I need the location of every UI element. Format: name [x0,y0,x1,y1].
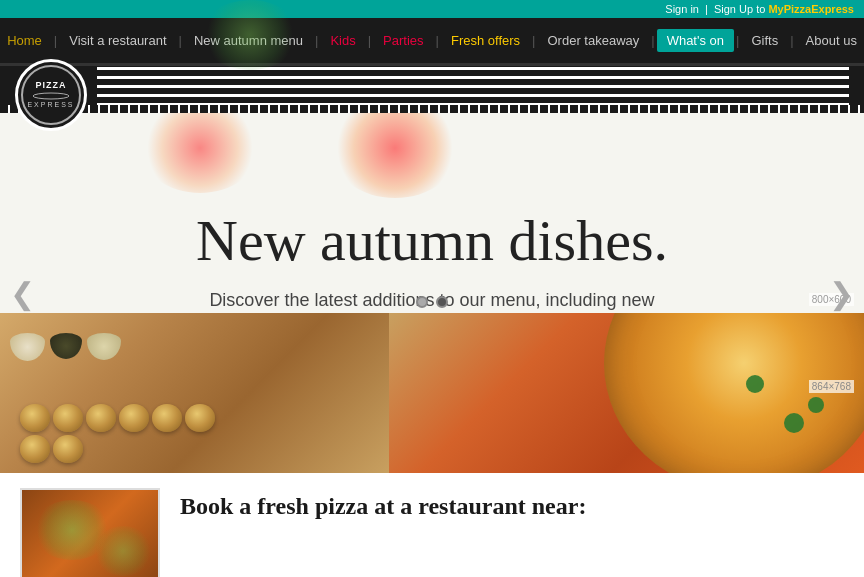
logo[interactable]: PIZZA EXPRESS [15,59,87,131]
dipping-bowls [10,333,121,361]
bottom-thumbnail-wrapper [20,488,160,577]
bottom-thumbnail [20,488,160,577]
dimension-label-2: 864×768 [809,380,854,393]
bread-rolls [20,404,220,463]
pizza-basil-3 [808,397,824,413]
nav-item-visit[interactable]: Visit a restaurant [59,33,176,48]
hero-images [0,313,864,473]
bowl-2 [50,333,82,359]
logo-swirl-icon [31,92,71,100]
nav-link-gifts[interactable]: Gifts [741,33,788,48]
nav-link-about[interactable]: About us [796,33,864,48]
bowl-1 [10,333,45,361]
nav-item-gifts[interactable]: Gifts [741,33,788,48]
nav-link-fresh[interactable]: Fresh offers [441,33,530,48]
signup-link[interactable]: Sign Up to [714,3,765,15]
top-bar: Sign in | Sign Up to MyPizzaExpress [0,0,864,18]
pizza-basil-2 [746,375,764,393]
food-image-left [0,313,389,473]
slide-dot-1[interactable] [416,296,428,308]
bread-roll-2 [53,404,83,432]
hero-next-button[interactable]: ❯ [829,276,854,311]
bread-roll-3 [86,404,116,432]
nav-sep-8: | [734,33,741,48]
hero-title: New autumn dishes. [196,209,668,273]
pizza-basil-1 [784,413,804,433]
nav-link-visit[interactable]: Visit a restaurant [59,33,176,48]
logo-inner: PIZZA EXPRESS [21,65,81,125]
nav-item-kids[interactable]: Kids [320,33,365,48]
nav-link-whatson[interactable]: What's on [657,29,734,52]
nav-item-autumn[interactable]: New autumn menu [184,33,313,48]
hero-prev-button[interactable]: ❮ [10,276,35,311]
bottom-heading: Book a fresh pizza at a restaurant near: [180,493,844,520]
nav-sep-7: | [649,33,656,48]
bread-roll-7 [20,435,50,463]
hero-section: ❮ New autumn dishes. Discover the latest… [0,113,864,473]
nav-sep-3: | [313,33,320,48]
bread-roll-4 [119,404,149,432]
logo-pizza-text: PIZZA [36,80,67,92]
nav-sep-1: | [52,33,59,48]
nav-sep-4: | [366,33,373,48]
nav-sep-2: | [177,33,184,48]
signin-link[interactable]: Sign in [665,3,699,15]
food-image-right [389,313,864,473]
nav-item-whatson[interactable]: What's on [657,29,734,52]
logo-express-text: EXPRESS [27,100,74,109]
heatmap-blob-bottom-2 [93,526,153,576]
nav-link-kids[interactable]: Kids [320,33,365,48]
bread-roll-8 [53,435,83,463]
heatmap-blob-1 [140,113,260,193]
nav-item-order[interactable]: Order takeaway [537,33,649,48]
nav-links: Home | Visit a restaurant | New autumn m… [0,29,864,52]
nav-link-autumn[interactable]: New autumn menu [184,33,313,48]
nav-sep-5: | [434,33,441,48]
bread-roll-1 [20,404,50,432]
hero-dots [416,296,448,308]
logo-strip: PIZZA EXPRESS [0,63,864,113]
bowl-3 [87,333,121,360]
nav-item-home[interactable]: Home [0,33,52,48]
bread-roll-6 [185,404,215,432]
heatmap-blob-2 [330,113,460,198]
bread-roll-5 [152,404,182,432]
logo-stripes [97,67,849,112]
pizza-base [604,313,864,473]
nav-link-home[interactable]: Home [0,33,52,48]
nav-link-parties[interactable]: Parties [373,33,433,48]
nav-item-parties[interactable]: Parties [373,33,433,48]
mype-link[interactable]: MyPizzaExpress [768,3,854,15]
main-nav: Home | Visit a restaurant | New autumn m… [0,18,864,63]
nav-sep-9: | [788,33,795,48]
bottom-text: Book a fresh pizza at a restaurant near: [180,488,844,520]
nav-sep-6: | [530,33,537,48]
slide-dot-2[interactable] [436,296,448,308]
bottom-section: Book a fresh pizza at a restaurant near: [0,473,864,577]
nav-link-order[interactable]: Order takeaway [537,33,649,48]
nav-item-fresh[interactable]: Fresh offers [441,33,530,48]
nav-item-about[interactable]: About us [796,33,864,48]
svg-point-0 [33,93,69,99]
